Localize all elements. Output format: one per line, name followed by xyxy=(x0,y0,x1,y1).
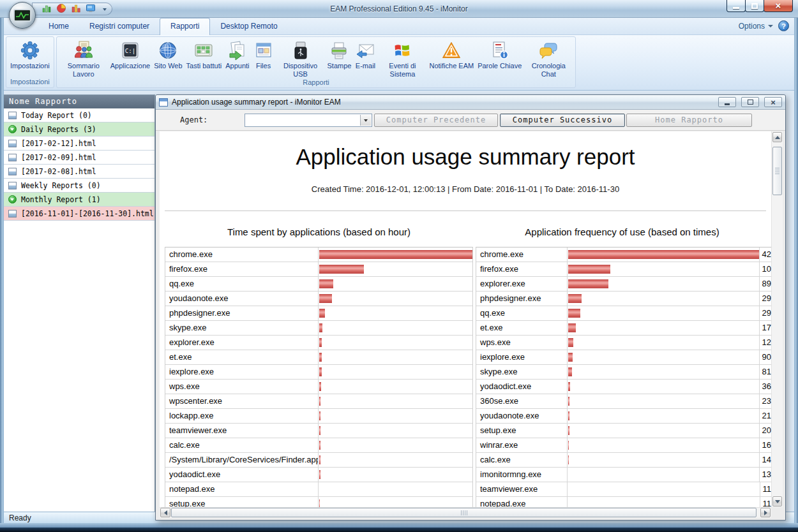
computer-precedente-button[interactable]: Computer Precedente xyxy=(374,114,498,127)
close-button[interactable] xyxy=(764,0,793,12)
report-list-item[interactable]: [2017-02-08].html xyxy=(4,165,154,179)
tab-bar: HomeRegistri computerRapportiDesktop Rem… xyxy=(4,18,794,35)
horizontal-scrollbar-thumb[interactable] xyxy=(171,508,757,517)
bar-cell xyxy=(567,350,759,364)
report-meta: Created Time: 2016-12-01, 12:00:13 | Fro… xyxy=(160,184,771,194)
report-list-item[interactable]: Daily Reports (3) xyxy=(4,122,154,137)
scroll-down-button[interactable] xyxy=(772,496,782,506)
report-list-item[interactable]: [2017-02-12].html xyxy=(4,137,154,151)
ribbon-button-e-mail[interactable]: E-mail xyxy=(353,39,377,70)
bar-cell xyxy=(318,380,472,394)
bar-cell xyxy=(567,394,759,408)
report-list-item[interactable]: Monthly Report (1) xyxy=(4,193,154,207)
app-name-label: et.exe xyxy=(165,350,318,364)
pie-chart-icon[interactable] xyxy=(56,3,66,16)
ribbon-button-appunti[interactable]: Appunti xyxy=(223,39,251,70)
chart-column-icon[interactable] xyxy=(71,3,81,16)
bar-cell xyxy=(318,365,472,379)
chat-icon xyxy=(538,39,559,62)
qat-dropdown-icon[interactable] xyxy=(103,8,107,11)
tab-home[interactable]: Home xyxy=(38,18,79,34)
usage-bar xyxy=(568,323,576,332)
help-icon[interactable] xyxy=(778,20,789,31)
warning-icon xyxy=(441,39,462,62)
child-close-button[interactable] xyxy=(764,97,782,107)
maximize-button[interactable] xyxy=(745,0,764,12)
app-name-label: youdaonote.exe xyxy=(476,409,567,423)
tab-rapporti[interactable]: Rapporti xyxy=(160,18,210,35)
tab-desktop-remoto[interactable]: Desktop Remoto xyxy=(210,18,287,34)
report-list-header: Nome Rapporto xyxy=(4,95,154,108)
ribbon-button-dispositivo-usb[interactable]: Dispositivo USB xyxy=(276,39,326,78)
scroll-up-button[interactable] xyxy=(772,132,782,142)
app-name-label: phpdesigner.exe xyxy=(476,292,567,306)
usage-bar xyxy=(319,470,320,479)
ribbon-button-impostazioni[interactable]: Impostazioni xyxy=(8,39,52,70)
app-name-label: explorer.exe xyxy=(476,277,567,291)
printer-icon xyxy=(329,39,349,62)
usage-bar xyxy=(568,367,572,376)
screen-icon[interactable] xyxy=(86,3,96,16)
tabrow-right: Options xyxy=(739,20,789,31)
computer-successivo-button[interactable]: Computer Successivo xyxy=(500,114,625,127)
bar-cell xyxy=(318,424,472,438)
ribbon-button-notifiche-eam[interactable]: Notifiche EAM xyxy=(427,39,476,70)
ribbon-button-sito-web[interactable]: Sito Web xyxy=(152,39,184,70)
bar-cell xyxy=(318,453,472,467)
report-list-item[interactable]: [2017-02-09].html xyxy=(4,151,154,165)
ribbon-button-parole-chiave[interactable]: Parole Chiave xyxy=(476,39,523,70)
horizontal-scrollbar[interactable] xyxy=(160,507,771,518)
agent-label: Agent: xyxy=(180,115,207,124)
scroll-left-button[interactable] xyxy=(160,508,170,517)
ribbon-button-cronologia-chat[interactable]: Cronologia Chat xyxy=(523,39,573,78)
ribbon-button-label: Sommario Lavoro xyxy=(61,62,107,78)
minimize-button[interactable] xyxy=(726,0,746,12)
options-menu[interactable]: Options xyxy=(739,22,773,31)
report-list-item-label: Daily Reports (3) xyxy=(21,125,96,134)
ribbon-button-eventi-di-sistema[interactable]: Eventi di Sistema xyxy=(377,39,427,78)
time-spent-table: chrome.exefirefox.exeqq.exeyoudaonote.ex… xyxy=(165,247,473,507)
agent-combobox[interactable] xyxy=(245,114,372,127)
child-minimize-button[interactable] xyxy=(718,97,736,107)
app-menu-button[interactable] xyxy=(9,2,36,29)
tab-registri-computer[interactable]: Registri computer xyxy=(79,18,160,34)
usage-bar xyxy=(319,250,472,259)
ribbon-button-files[interactable]: Files xyxy=(252,39,276,70)
bar-cell xyxy=(567,248,759,262)
vertical-scrollbar-thumb[interactable] xyxy=(772,147,782,195)
arrow-left-icon xyxy=(164,510,167,515)
clipboard-icon xyxy=(227,39,248,62)
report-list-item[interactable]: Today Report (0) xyxy=(4,108,154,122)
bar-cell xyxy=(318,306,472,320)
ribbon-button-applicazione[interactable]: C:|Applicazione xyxy=(109,39,152,70)
home-rapporto-button[interactable]: Home Rapporto xyxy=(626,114,752,127)
table-row: firefox.exe10 xyxy=(476,262,771,277)
ribbon-button-sommario-lavoro[interactable]: Sommario Lavoro xyxy=(59,39,109,78)
ribbon-button-label: E-mail xyxy=(356,62,375,70)
ribbon-button-tasti-battuti[interactable]: Tasti battuti xyxy=(184,39,224,70)
vertical-scrollbar[interactable] xyxy=(771,131,783,507)
minimize-icon xyxy=(725,103,730,105)
windows-icon xyxy=(392,39,412,62)
bar-cell xyxy=(318,350,472,364)
bar-cell xyxy=(318,262,472,276)
scroll-right-button[interactable] xyxy=(760,508,771,517)
app-name-label: setup.exe xyxy=(165,497,318,507)
app-name-label: winrar.exe xyxy=(476,438,567,452)
report-list-item[interactable]: [2016-11-01]-[2016-11-30].html xyxy=(4,207,154,221)
app-name-label: wps.exe xyxy=(165,380,318,394)
chart-bar-icon[interactable] xyxy=(41,3,52,16)
child-maximize-button[interactable] xyxy=(741,97,759,107)
globe-icon xyxy=(158,39,178,62)
bar-cell xyxy=(567,438,759,452)
ribbon-button-stampe[interactable]: Stampe xyxy=(326,39,354,70)
app-name-label: calc.exe xyxy=(476,453,567,467)
usage-bar xyxy=(319,353,322,362)
report-list-item[interactable]: Weekly Reports (0) xyxy=(4,179,154,193)
table-row: chrome.exe xyxy=(165,248,472,262)
application-icon: C:| xyxy=(120,39,140,62)
combobox-dropdown-button[interactable] xyxy=(360,115,371,126)
table-row: et.exe17 xyxy=(476,321,771,336)
bar-cell xyxy=(318,438,472,452)
bar-cell xyxy=(567,409,759,423)
